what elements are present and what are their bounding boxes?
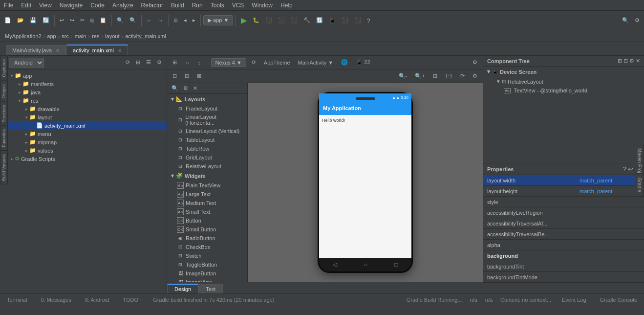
settings-btn[interactable]: ⚙ — [632, 16, 642, 25]
comp-tree-textview[interactable]: Ab TextView - @string/hello_world — [483, 86, 644, 95]
palette-item-tablelayout[interactable]: ⊡ TableLayout — [167, 135, 247, 144]
menu-navigate[interactable]: Navigate — [56, 1, 86, 10]
tree-item-activity-main[interactable]: 📄 activity_main.xml — [6, 121, 167, 130]
palette-item-imagebutton[interactable]: 🖼 ImageButton — [167, 269, 247, 278]
palette-item-button[interactable]: OK Button — [167, 216, 247, 225]
prop-value-style[interactable] — [576, 201, 644, 203]
undo-btn[interactable]: ↩ — [57, 16, 66, 25]
prop-value-background[interactable] — [576, 254, 644, 257]
menu-build[interactable]: Build — [167, 1, 188, 10]
search-everywhere-btn[interactable]: 🔍 — [620, 16, 631, 25]
tree-item-mipmap[interactable]: ▸ 📁 mipmap — [6, 138, 167, 146]
find-btn[interactable]: 🔍 — [114, 16, 126, 25]
side-tab-captures[interactable]: Captures — [0, 56, 8, 81]
tab-xml-close[interactable]: ✕ — [118, 48, 122, 53]
zoom-out-btn[interactable]: 🔍- — [396, 72, 410, 80]
palette-section-layouts[interactable]: ▾ 📐 Layouts — [167, 94, 247, 104]
menu-help[interactable]: Help — [277, 1, 297, 10]
cut-btn[interactable]: ✂ — [78, 16, 87, 25]
palette-item-plain-textview[interactable]: Ab Plain TextView — [167, 181, 247, 190]
sync-btn[interactable]: 🔄 — [40, 16, 52, 25]
open-btn[interactable]: 📂 — [15, 16, 26, 25]
bc-layout[interactable]: layout — [105, 33, 119, 39]
bc-main[interactable]: main — [75, 33, 86, 39]
copy-btn[interactable]: ⎘ — [88, 16, 96, 25]
tree-item-res[interactable]: ▾ 📁 res — [6, 96, 167, 105]
theme-selector[interactable]: AppTheme — [261, 59, 293, 67]
bc-src[interactable]: src — [62, 33, 69, 39]
canvas-resize-v-btn[interactable]: ↕ — [195, 59, 203, 67]
prop-value-bg-tint-mode[interactable] — [576, 276, 644, 279]
prop-value-alpha[interactable] — [576, 244, 644, 247]
back-btn[interactable]: ← — [144, 16, 154, 25]
zoom-in-btn[interactable]: 🔍+ — [412, 72, 427, 80]
project-view-selector[interactable]: Android — [9, 58, 44, 68]
tree-item-menu[interactable]: ▸ 📁 menu — [6, 130, 167, 138]
tree-item-gradle[interactable]: ▸ ⚙ Gradle Scripts — [6, 155, 167, 163]
tab-activity-main-xml[interactable]: activity_main.xml ✕ — [66, 45, 128, 55]
tree-item-manifests[interactable]: ▸ 📁 manifests — [6, 80, 167, 88]
palette-item-gridlayout[interactable]: ⊡ GridLayout — [167, 153, 247, 162]
status-event-log[interactable]: Event Log — [559, 297, 589, 303]
status-messages[interactable]: 0: Messages — [38, 297, 74, 303]
project-settings-btn[interactable]: ⚙ — [155, 58, 164, 67]
palette-close-btn[interactable]: ✕ — [192, 84, 199, 92]
tab-mainactivity[interactable]: MainActivity.java ✕ — [6, 45, 66, 55]
palette-item-togglebutton[interactable]: ⊟ ToggleButton — [167, 260, 247, 269]
prop-value-a11y-after[interactable] — [576, 222, 644, 225]
palette-item-linearlayout-v[interactable]: ⊡ LinearLayout (Vertical) — [167, 127, 247, 135]
tab-design[interactable]: Design — [167, 284, 198, 293]
comp-tree-relativelayout[interactable]: ▾ ⊡ RelativeLayout — [483, 77, 644, 86]
menu-code[interactable]: Code — [86, 1, 108, 10]
tab-mainactivity-close[interactable]: ✕ — [56, 48, 60, 53]
refresh-btn[interactable]: ⟳ — [458, 72, 467, 80]
bc-res[interactable]: res — [92, 33, 99, 39]
palette-section-widgets[interactable]: ▾ 🧩 Widgets — [167, 171, 247, 181]
comp-tree-close-btn[interactable]: ✕ — [636, 58, 640, 64]
palette-item-switch[interactable]: ⊟ Switch — [167, 251, 247, 260]
locale-btn[interactable]: 🌐 — [339, 58, 350, 67]
comp-tree-device-screen[interactable]: ▾ 📱 Device Screen — [483, 67, 644, 77]
device-selector[interactable]: Nexus 4 ▼ — [211, 58, 246, 67]
bc-file[interactable]: activity_main.xml — [125, 33, 166, 39]
prev-bookmark-btn[interactable]: ◂ — [181, 16, 189, 25]
menu-refactor[interactable]: Refactor — [137, 1, 167, 10]
api-selector[interactable]: 📱 22 — [353, 58, 372, 67]
bc-app[interactable]: MyApplication2 — [5, 33, 42, 39]
edit-config-btn[interactable]: ⬛ — [352, 16, 364, 25]
new-project-btn[interactable]: 📄 — [2, 16, 14, 25]
forward-btn[interactable]: → — [155, 16, 166, 25]
design-canvas[interactable]: ▲▲ 5:30 My Application Hello world! ◁ ○ … — [248, 83, 483, 282]
tree-item-app[interactable]: ▾ 📁 app — [6, 71, 167, 80]
fit-screen-btn[interactable]: ⊞ — [430, 72, 440, 80]
app-run-btn[interactable]: ▶ app ▼ — [203, 15, 233, 25]
menu-view[interactable]: View — [35, 1, 56, 10]
palette-item-medium-text[interactable]: Ab Medium Text — [167, 199, 247, 207]
palette-view-btn[interactable]: ⊞ — [170, 58, 179, 67]
palette-item-checkbox[interactable]: ☑ CheckBox — [167, 243, 247, 251]
tree-item-values[interactable]: ▸ 📁 values — [6, 146, 167, 155]
palette-item-small-button[interactable]: OK Small Button — [167, 225, 247, 234]
palette-item-large-text[interactable]: Ab Large Text — [167, 190, 247, 199]
prop-value-layout-height[interactable]: match_parent — [576, 187, 644, 196]
comp-tree-expand-btn[interactable]: ⊞ — [618, 58, 622, 64]
side-tab-build-variants[interactable]: Build Variants — [0, 151, 8, 184]
actual-size-btn[interactable]: 1:1 — [443, 72, 455, 80]
save-btn[interactable]: 💾 — [27, 16, 39, 25]
profile-btn[interactable]: ⬛ — [276, 16, 287, 25]
menu-file[interactable]: File — [0, 1, 17, 10]
bc-app-module[interactable]: app — [47, 33, 56, 39]
props-help-btn[interactable]: ? — [623, 165, 626, 173]
avd-btn[interactable]: 📱 — [326, 16, 338, 25]
palette-search-btn[interactable]: 🔍 — [170, 84, 180, 92]
palette-settings-btn[interactable]: ⚙ — [182, 84, 190, 92]
palette-item-imageview[interactable]: 🖼 ImageView — [167, 278, 247, 282]
palette-item-tablerow[interactable]: ⊡ TableRow — [167, 144, 247, 153]
status-android[interactable]: 6: Android — [82, 297, 112, 303]
menu-edit[interactable]: Edit — [17, 1, 35, 10]
tab-text[interactable]: Text — [198, 284, 223, 293]
tree-item-drawable[interactable]: ▸ 📁 drawable — [6, 105, 167, 113]
prop-value-a11y-live[interactable] — [576, 211, 644, 214]
canvas-settings-btn[interactable]: ⚙ — [470, 58, 480, 67]
split-view-btn[interactable]: ⊞ — [182, 72, 192, 80]
